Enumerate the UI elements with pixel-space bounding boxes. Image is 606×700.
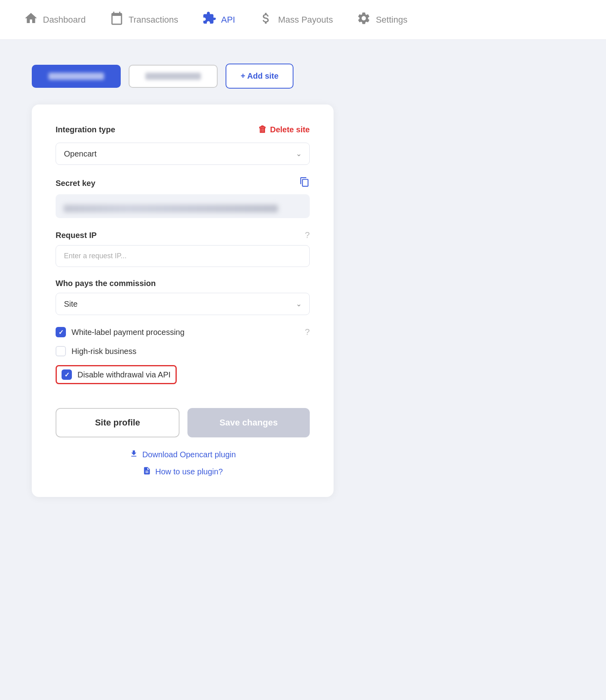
how-to-link[interactable]: How to use plugin? xyxy=(143,466,223,477)
high-risk-checkbox[interactable] xyxy=(56,346,66,356)
high-risk-row: High-risk business xyxy=(56,346,310,356)
site-profile-button[interactable]: Site profile xyxy=(56,408,179,437)
commission-dropdown-wrapper: Site ⌄ xyxy=(56,293,310,315)
secret-key-value xyxy=(56,194,310,218)
site-tabs: + Add site xyxy=(32,64,574,89)
money-icon xyxy=(259,11,273,28)
integration-type-select[interactable]: Opencart xyxy=(56,143,310,165)
disable-withdrawal-row: Disable withdrawal via API xyxy=(56,365,177,384)
main-content: + Add site Integration type 🗑 Delete sit… xyxy=(0,40,606,521)
site-tab-2[interactable] xyxy=(129,65,218,88)
add-site-button[interactable]: + Add site xyxy=(226,64,293,89)
trash-icon: 🗑 xyxy=(258,124,267,135)
white-label-label: White-label payment processing xyxy=(71,328,185,337)
delete-site-button[interactable]: 🗑 Delete site xyxy=(258,124,310,135)
site-tab-1[interactable] xyxy=(32,65,121,88)
nav-api[interactable]: API xyxy=(202,7,235,32)
action-buttons: Site profile Save changes xyxy=(56,408,310,437)
request-ip-input[interactable] xyxy=(56,245,310,267)
request-ip-field: Request IP ? xyxy=(56,230,310,267)
nav-transactions[interactable]: Transactions xyxy=(110,7,178,32)
integration-type-dropdown-wrapper: Opencart ⌄ xyxy=(56,143,310,165)
gear-icon xyxy=(357,11,371,28)
white-label-row: White-label payment processing ? xyxy=(56,327,310,337)
download-plugin-link[interactable]: Download Opencart plugin xyxy=(129,449,236,460)
download-icon xyxy=(129,449,138,460)
save-changes-button[interactable]: Save changes xyxy=(187,408,310,437)
white-label-checkbox[interactable] xyxy=(56,327,66,337)
puzzle-icon xyxy=(202,11,216,28)
nav-dashboard[interactable]: Dashboard xyxy=(24,7,86,32)
api-settings-card: Integration type 🗑 Delete site Opencart … xyxy=(32,104,334,497)
commission-select[interactable]: Site xyxy=(56,293,310,315)
request-ip-label: Request IP xyxy=(56,231,96,240)
top-navigation: Dashboard Transactions API Mass Payouts … xyxy=(0,0,606,40)
home-icon xyxy=(24,11,38,28)
document-icon xyxy=(143,466,151,477)
help-icon-white-label[interactable]: ? xyxy=(305,327,310,337)
help-icon-request-ip[interactable]: ? xyxy=(305,230,310,240)
card-header: Integration type 🗑 Delete site xyxy=(56,124,310,135)
disable-withdrawal-label: Disable withdrawal via API xyxy=(77,370,171,379)
copy-icon[interactable] xyxy=(299,177,310,190)
disable-withdrawal-checkbox[interactable] xyxy=(62,369,72,380)
calendar-icon xyxy=(110,11,124,28)
high-risk-label: High-risk business xyxy=(71,347,136,356)
commission-field: Who pays the commission Site ⌄ xyxy=(56,279,310,315)
nav-mass-payouts[interactable]: Mass Payouts xyxy=(259,7,333,32)
commission-label: Who pays the commission xyxy=(56,279,156,288)
secret-key-field: Secret key xyxy=(56,177,310,218)
integration-type-label: Integration type xyxy=(56,125,115,134)
card-links: Download Opencart plugin How to use plug… xyxy=(56,449,310,477)
nav-settings[interactable]: Settings xyxy=(357,7,407,32)
secret-key-label: Secret key xyxy=(56,179,95,188)
